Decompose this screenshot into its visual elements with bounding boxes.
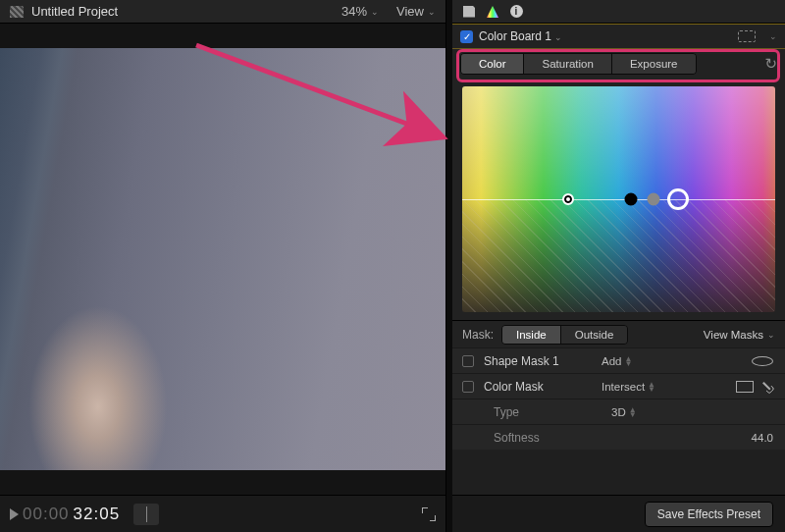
tab-saturation[interactable]: Saturation (524, 54, 611, 74)
mask-row-type: Type 3D ▲▼ (452, 399, 785, 424)
tab-color[interactable]: Color (461, 54, 524, 74)
stepper-icon: ▲▼ (648, 382, 655, 392)
timecode-main: 32:05 (74, 505, 121, 524)
svg-marker-0 (487, 6, 498, 18)
chevron-down-icon[interactable]: ⌄ (769, 31, 777, 41)
param-value-dropdown[interactable]: 3D ▲▼ (611, 406, 690, 418)
viewer-header: Untitled Project 34% ⌄ View ⌄ (0, 0, 445, 24)
play-button[interactable] (10, 508, 19, 520)
mask-inside[interactable]: Inside (502, 326, 561, 344)
zoom-value: 34% (341, 4, 367, 19)
tab-segment: Color Saturation Exposure (460, 53, 697, 75)
mask-blend-mode[interactable]: Add ▲▼ (602, 355, 680, 367)
mask-enable-checkbox[interactable] (462, 381, 474, 393)
video-frame (0, 48, 445, 470)
color-swatch[interactable] (736, 381, 754, 393)
view-masks-menu[interactable]: View Masks ⌄ (704, 329, 775, 341)
view-masks-label: View Masks (704, 329, 763, 341)
video-viewport[interactable] (0, 24, 445, 495)
midtones-puck[interactable] (625, 193, 638, 206)
ellipse-icon[interactable] (752, 356, 773, 366)
chevron-down-icon: ⌄ (428, 7, 436, 17)
mask-name[interactable]: Shape Mask 1 (484, 354, 592, 368)
color-board-midline (462, 199, 775, 200)
highlights-puck[interactable] (562, 193, 574, 205)
inspector-toolbar: i (452, 0, 785, 24)
mask-label: Mask: (462, 328, 494, 342)
fullscreen-icon[interactable] (422, 507, 436, 521)
param-name: Type (494, 405, 602, 419)
stepper-icon: ▲▼ (624, 356, 632, 366)
app-root: Untitled Project 34% ⌄ View ⌄ 00:00 32:0… (0, 0, 785, 532)
mask-segment: Inside Outside (501, 325, 628, 345)
chevron-down-icon: ⌄ (767, 330, 775, 340)
transport-bar: 00:00 32:05 (0, 495, 445, 532)
chevron-down-icon: ⌄ (554, 32, 562, 42)
eyedropper-icon[interactable] (759, 378, 776, 395)
mask-enable-checkbox[interactable] (462, 355, 474, 367)
mini-scrubber[interactable] (133, 504, 159, 525)
viewer-pane: Untitled Project 34% ⌄ View ⌄ 00:00 32:0… (0, 0, 446, 532)
color-board-lower-hatch (462, 199, 775, 312)
mask-blend-mode[interactable]: Intersect ▲▼ (602, 381, 680, 393)
param-name: Softness (494, 431, 602, 445)
color-inspector-icon[interactable] (486, 5, 499, 19)
param-value[interactable]: 44.0 (736, 432, 773, 444)
project-title: Untitled Project (31, 4, 118, 19)
shadows-puck[interactable] (647, 193, 659, 206)
zoom-dropdown[interactable]: 34% ⌄ (341, 4, 379, 19)
mask-row-shape: Shape Mask 1 Add ▲▼ (452, 347, 785, 373)
color-board-area (452, 79, 785, 320)
color-board[interactable] (462, 86, 775, 312)
mask-mode-row: Mask: Inside Outside View Masks ⌄ (452, 320, 785, 347)
mask-list: Shape Mask 1 Add ▲▼ Color Mask Intersect… (452, 347, 785, 450)
inspector-pane: i ✓ Color Board 1 ⌄ ⌄ Color Saturation E… (452, 0, 785, 532)
mask-outside[interactable]: Outside (561, 326, 628, 344)
effect-enable-checkbox[interactable]: ✓ (460, 30, 473, 43)
save-effects-preset-button[interactable]: Save Effects Preset (645, 502, 773, 527)
save-icon[interactable] (462, 5, 476, 19)
reset-icon[interactable]: ↺ (764, 55, 777, 73)
mask-row-color: Color Mask Intersect ▲▼ (452, 373, 785, 399)
chevron-down-icon: ⌄ (371, 7, 379, 17)
mask-row-softness: Softness 44.0 (452, 424, 785, 450)
view-label: View (396, 4, 424, 19)
tab-exposure[interactable]: Exposure (612, 54, 696, 74)
info-icon[interactable]: i (509, 5, 523, 19)
effect-name: Color Board 1 (479, 29, 551, 43)
effect-header: ✓ Color Board 1 ⌄ ⌄ (452, 24, 785, 49)
color-board-tabs: Color Saturation Exposure ↺ (452, 49, 785, 79)
timecode-prefix: 00:00 (23, 505, 70, 524)
mask-shape-icon[interactable] (738, 30, 756, 42)
stepper-icon: ▲▼ (629, 407, 637, 417)
inspector-footer: Save Effects Preset (452, 495, 785, 532)
project-icon (10, 6, 24, 18)
global-puck[interactable] (667, 188, 689, 210)
effect-name-dropdown[interactable]: Color Board 1 ⌄ (479, 29, 562, 43)
view-menu[interactable]: View ⌄ (396, 4, 436, 19)
mask-name[interactable]: Color Mask (484, 380, 592, 394)
